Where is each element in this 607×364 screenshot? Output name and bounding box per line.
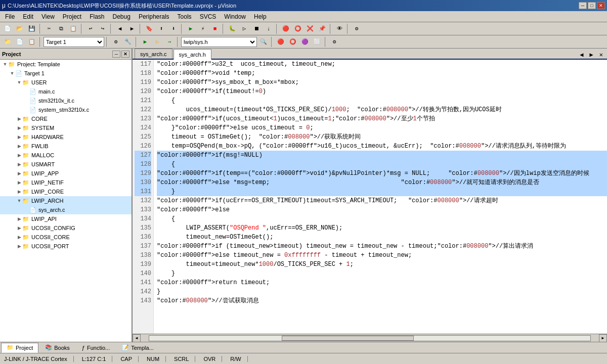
insert-bp-btn[interactable]: 🔴 <box>280 23 291 34</box>
stop2-btn[interactable]: ⏹ <box>251 23 262 34</box>
find-btn[interactable]: 🔍 <box>258 36 269 48</box>
redo-btn[interactable]: ↪ <box>97 23 108 34</box>
tree-expand-malloc[interactable]: ▶ <box>16 153 22 158</box>
tb2-btn1[interactable]: 📁 <box>2 36 13 48</box>
tb2-btn7[interactable]: ▷ <box>152 36 163 48</box>
tree-expand-ucosii_port[interactable]: ▶ <box>16 244 22 249</box>
build-all-btn[interactable]: ⚡ <box>197 23 208 34</box>
tree-item-usmart[interactable]: ▶📁USMART <box>0 160 132 169</box>
menu-item-peripherals[interactable]: Peripherals <box>135 12 174 21</box>
settings-btn[interactable]: ⚙ <box>351 23 362 34</box>
tree-item-sys_arch[interactable]: 📄sys_arch.c <box>0 205 132 214</box>
tab-sys_arch_c[interactable]: sys_arch.c <box>135 49 172 59</box>
run-btn[interactable]: ▷ <box>239 23 250 34</box>
menu-item-help[interactable]: Help <box>250 12 271 21</box>
tree-item-lwip_app[interactable]: ▶📁LWIP_APP <box>0 169 132 178</box>
project-pin-btn[interactable]: ✕ <box>121 51 129 58</box>
tb2-btn9[interactable]: 🔴 <box>275 36 286 48</box>
nav-fwd-btn[interactable]: ▶ <box>126 23 138 34</box>
minimize-button[interactable]: ─ <box>579 2 587 9</box>
tb2-btn8[interactable]: ⇒ <box>164 36 175 48</box>
clear-bp-btn[interactable]: ❌ <box>305 23 316 34</box>
scroll-track[interactable] <box>149 335 591 341</box>
tb2-btn5[interactable]: 🔧 <box>122 36 134 48</box>
tb2-btn2[interactable]: 📄 <box>14 36 25 48</box>
tb2-btn4[interactable]: ⚙ <box>110 36 121 48</box>
tb2-btn3[interactable]: 📋 <box>26 36 37 48</box>
paste-btn[interactable]: 📋 <box>68 23 79 34</box>
tree-item-stm32[interactable]: 📄stm32f10x_it.c <box>0 96 132 105</box>
tree-item-core[interactable]: ▶📁CORE <box>0 114 132 123</box>
menu-item-window[interactable]: Window <box>220 12 250 21</box>
tree-expand-lwip_arch[interactable]: ▼ <box>16 198 22 203</box>
tree-item-fwlib[interactable]: ▶📁FWLIB <box>0 142 132 151</box>
menu-item-tools[interactable]: Tools <box>174 12 196 21</box>
tree-expand-core[interactable]: ▶ <box>16 116 22 121</box>
menu-item-file[interactable]: File <box>1 12 19 21</box>
bookmark-prev-btn[interactable]: ⬆ <box>156 23 167 34</box>
bp-list-btn[interactable]: 📌 <box>317 23 328 34</box>
debug-btn[interactable]: 🐛 <box>227 23 238 34</box>
tree-item-target1[interactable]: ▼📄Target 1 <box>0 69 132 78</box>
tab-sys_arch_h[interactable]: sys_arch.h <box>174 49 211 60</box>
cut-btn[interactable]: ✂ <box>44 23 55 34</box>
tree-expand-lwip_netif[interactable]: ▶ <box>16 180 22 185</box>
toggle-bp-btn[interactable]: ⭕ <box>292 23 304 34</box>
bookmark-next-btn[interactable]: ⬇ <box>168 23 179 34</box>
horizontal-scrollbar[interactable]: ◀ ▶ <box>133 334 607 342</box>
tree-item-ucosii_config[interactable]: ▶📁UCOSII_CONFIG <box>0 223 132 233</box>
build-btn[interactable]: ▶ <box>185 23 196 34</box>
tree-expand-system2[interactable]: ▶ <box>16 125 22 130</box>
code-editor[interactable]: 1171181191201211221231241251261271281291… <box>133 60 607 334</box>
tree-expand-lwip_app[interactable]: ▶ <box>16 171 22 176</box>
tree-expand-ucosii_config[interactable]: ▶ <box>16 225 22 231</box>
scroll-right-btn[interactable]: ▶ <box>599 334 607 342</box>
save-btn[interactable]: 💾 <box>26 23 37 34</box>
step-btn[interactable]: ↓ <box>263 23 274 34</box>
tree-expand-lwip_api[interactable]: ▶ <box>16 216 22 221</box>
tree-item-system[interactable]: 📄system_stm32f10x.c <box>0 105 132 114</box>
open-file-btn[interactable]: 📂 <box>14 23 25 34</box>
tree-item-ucosii_port[interactable]: ▶📁UCOSII_PORT <box>0 242 132 251</box>
tree-item-lwip_core[interactable]: ▶📁LWIP_CORE <box>0 187 132 196</box>
file-dropdown[interactable]: lwip/sys.h <box>181 37 257 47</box>
tree-item-lwip_arch[interactable]: ▼📁LWIP_ARCH <box>0 196 132 205</box>
tree-expand-fwlib[interactable]: ▶ <box>16 144 22 149</box>
tb2-btn6[interactable]: ▶ <box>140 36 151 48</box>
project-close-btn[interactable]: ─ <box>112 51 120 58</box>
copy-btn[interactable]: ⧉ <box>56 23 67 34</box>
close-button[interactable]: ✕ <box>597 2 605 9</box>
new-file-btn[interactable]: 📄 <box>2 23 13 34</box>
menu-item-svcs[interactable]: SVCS <box>196 12 221 21</box>
scroll-thumb[interactable] <box>282 336 414 341</box>
tree-item-system2[interactable]: ▶📁SYSTEM <box>0 123 132 132</box>
bottom-tab-functions[interactable]: ƒFunctio... <box>76 343 115 353</box>
tb2-btn12[interactable]: ⬜ <box>312 36 323 48</box>
scroll-left-btn[interactable]: ◀ <box>133 334 141 342</box>
tree-expand-ucosii_core[interactable]: ▶ <box>16 235 22 240</box>
menu-item-flash[interactable]: Flash <box>85 12 108 21</box>
tree-expand-project[interactable]: ▼ <box>2 62 8 67</box>
target-dropdown[interactable]: Target 1 <box>44 37 104 47</box>
menu-item-view[interactable]: View <box>37 12 59 21</box>
tb2-btn10[interactable]: ⭕ <box>287 36 298 48</box>
tree-item-ucosii_core[interactable]: ▶📁UCOSII_CORE <box>0 233 132 242</box>
tree-expand-hardware[interactable]: ▶ <box>16 134 22 140</box>
tab-close[interactable]: ✕ <box>597 51 605 59</box>
tree-item-user[interactable]: ▼📁USER <box>0 78 132 87</box>
bottom-tab-templates[interactable]: 📝Templa... <box>116 343 159 353</box>
tree-expand-user[interactable]: ▼ <box>16 80 22 85</box>
stop-btn[interactable]: ■ <box>209 23 221 34</box>
tree-item-project[interactable]: ▼📁Project: Template <box>0 60 132 69</box>
tree-item-main[interactable]: 📄main.c <box>0 87 132 96</box>
tree-expand-lwip_core[interactable]: ▶ <box>16 189 22 194</box>
menu-item-project[interactable]: Project <box>59 12 85 21</box>
undo-btn[interactable]: ↩ <box>85 23 96 34</box>
maximize-button[interactable]: □ <box>588 2 596 9</box>
tb2-btn13[interactable]: ⚙ <box>329 36 340 48</box>
tree-item-lwip_netif[interactable]: ▶📁LWIP_NETIF <box>0 178 132 187</box>
tree-item-lwip_api[interactable]: ▶📁LWIP_API <box>0 214 132 223</box>
tab-nav-right[interactable]: ▶ <box>588 51 595 59</box>
bottom-tab-project[interactable]: 📁Project <box>1 343 38 353</box>
nav-back-btn[interactable]: ◀ <box>114 23 125 34</box>
